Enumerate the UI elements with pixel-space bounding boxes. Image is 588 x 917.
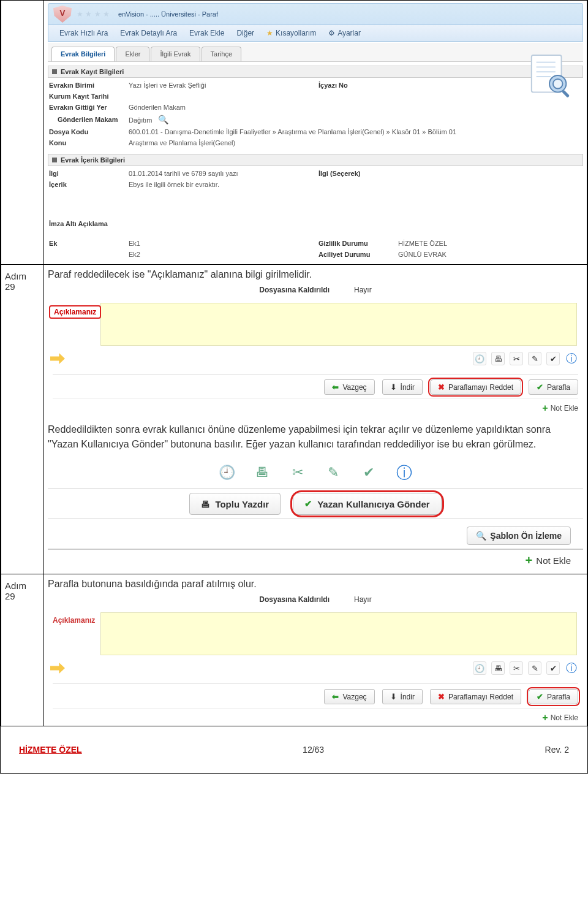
step-number: 29: [5, 591, 40, 601]
lbl-ilgi-secerek: İlgi (Seçerek): [318, 170, 392, 177]
page-footer: HİZMETE ÖZEL 12/63 Rev. 2: [1, 726, 587, 755]
doc-cross-icon[interactable]: ✂: [285, 460, 310, 485]
not-ekle-link[interactable]: + Not Ekle: [53, 398, 578, 414]
val-ilgi: 01.01.2014 tarihli ve 6789 sayılı yazı: [129, 170, 312, 177]
lbl-konu: Konu: [49, 139, 123, 146]
vazgec-button[interactable]: ⬅Vazgeç: [324, 379, 374, 395]
val-dosya-kodu: 600.01.01 - Danışma-Denetimle İlgili Faa…: [129, 128, 533, 135]
tab-ilgili-evrak[interactable]: İlgili Evrak: [151, 47, 200, 61]
info-icon[interactable]: ⓘ: [565, 352, 578, 365]
menu-ayarlar[interactable]: ⚙Ayarlar: [328, 29, 361, 37]
lbl-dosya-kodu: Dosya Kodu: [49, 128, 123, 135]
lbl-evrakin-birimi: Evrakın Birimi: [49, 82, 123, 89]
aciklamaniz-input[interactable]: [100, 612, 577, 655]
gear-icon: ⚙: [328, 29, 335, 37]
dosyasina-value: Hayır: [354, 286, 372, 294]
toplu-yazdir-button[interactable]: 🖶 Toplu Yazdır: [189, 493, 281, 515]
section-icerik-bilgileri: Evrak İçerik Bilgileri: [48, 154, 583, 166]
not-ekle-link[interactable]: + Not Ekle: [53, 708, 578, 723]
clock-icon[interactable]: 🕘: [473, 352, 486, 365]
paperclip-icon[interactable]: ✎: [528, 352, 541, 365]
arrow-right-icon: [50, 663, 65, 674]
info-icon[interactable]: ⓘ: [565, 661, 578, 675]
menu-diger[interactable]: Diğer: [236, 29, 254, 37]
step-number: 29: [5, 281, 40, 292]
tab-evrak-bilgileri[interactable]: Evrak Bilgileri: [51, 47, 115, 61]
paraflamayi-reddet-button[interactable]: ✖Paraflamayı Reddet: [430, 689, 521, 704]
lbl-ek: Ek: [49, 240, 123, 247]
aciklamaniz-label-highlight: Açıklamanız: [49, 305, 101, 319]
printer-icon[interactable]: 🖶: [491, 661, 505, 675]
parafla-button[interactable]: ✔Parafla: [529, 689, 578, 704]
window-title: enVision - ..... Üniversitesi - Paraf: [118, 10, 218, 18]
app-logo-icon: [53, 6, 72, 23]
search-icon[interactable]: 🔍: [158, 115, 168, 124]
parafla-button[interactable]: ✔Parafla: [529, 379, 578, 395]
plus-icon: +: [542, 712, 548, 723]
lbl-gittigi-yer: Evrakın Gittiği Yer: [49, 104, 123, 111]
step-label: Adım: [5, 271, 40, 281]
star-icons: ★ ★ ★ ★: [77, 10, 110, 18]
lbl-ilgi: İlgi: [49, 170, 123, 177]
window-titlebar: ★ ★ ★ ★ enVision - ..... Üniversitesi - …: [48, 3, 583, 25]
menubar: Evrak Hızlı Ara Evrak Detaylı Ara Evrak …: [48, 25, 583, 42]
val-aciliyet: GÜNLÜ EVRAK: [398, 251, 533, 258]
dosyasina-value: Hayır: [354, 595, 372, 604]
menu-kisayollarim[interactable]: ★Kısayollarım: [266, 29, 316, 37]
lbl-gonderilen-makam: Gönderilen Makam: [49, 116, 123, 123]
paraflamayi-reddet-button[interactable]: ✖Paraflamayı Reddet: [430, 379, 521, 395]
indir-button[interactable]: ⬇İndir: [382, 379, 423, 395]
clock-icon[interactable]: 🕘: [214, 460, 239, 485]
tabstrip: Evrak Bilgileri Ekler İlgili Evrak Tarih…: [48, 43, 583, 62]
svg-rect-7: [562, 89, 570, 97]
dosyasina-label: Dosyasına Kaldırıldı: [259, 595, 330, 604]
not-ekle-link-big[interactable]: + Not Ekle: [526, 554, 571, 568]
val-ek2: Ek2: [129, 251, 312, 258]
lbl-gizlilik: Gizlilik Durumu: [318, 240, 392, 247]
check-icon[interactable]: ✔: [546, 661, 560, 675]
step-29c-text: Parafla butonuna basıldığında paraf atıl…: [48, 577, 583, 592]
plus-icon: +: [542, 403, 548, 414]
dosyasina-label: Dosyasına Kaldırıldı: [259, 286, 330, 294]
printer-icon[interactable]: 🖶: [250, 460, 274, 485]
aciklamaniz-label: Açıklamanız: [49, 615, 99, 626]
search-icon: 🔍: [476, 531, 486, 541]
star-icon: ★: [266, 29, 273, 37]
doc-cross-icon[interactable]: ✂: [510, 661, 523, 675]
menu-evrak-ekle[interactable]: Evrak Ekle: [189, 29, 224, 37]
doc-cross-icon[interactable]: ✂: [510, 352, 523, 365]
val-ek1: Ek1: [129, 240, 312, 247]
mid-toolbar-icons: 🕘 🖶 ✂ ✎ ✔ ⓘ: [48, 460, 583, 485]
section-kayit-bilgileri: Evrak Kayıt Bilgileri: [48, 66, 583, 78]
info-icon[interactable]: ⓘ: [392, 460, 417, 485]
paperclip-icon[interactable]: ✎: [321, 460, 345, 485]
check-icon[interactable]: ✔: [546, 352, 560, 365]
toolbar-icons: 🕘 🖶 ✂ ✎ ✔ ⓘ: [473, 352, 578, 365]
tab-ekler[interactable]: Ekler: [116, 47, 149, 61]
vazgec-button[interactable]: ⬅Vazgeç: [324, 689, 374, 704]
lbl-kurum-kayit-tarihi: Kurum Kayıt Tarihi: [49, 93, 123, 100]
printer-icon[interactable]: 🖶: [491, 352, 505, 365]
plus-icon: +: [526, 554, 533, 568]
document-preview-icon[interactable]: [527, 53, 575, 101]
tab-tarihce[interactable]: Tarihçe: [202, 47, 241, 61]
menu-detayli-ara[interactable]: Evrak Detaylı Ara: [120, 29, 177, 37]
indir-button[interactable]: ⬇İndir: [382, 689, 423, 704]
toolbar-icons: 🕘 🖶 ✂ ✎ ✔ ⓘ: [473, 661, 578, 675]
check-icon[interactable]: ✔: [356, 460, 381, 485]
yazan-kullaniciya-gonder-button[interactable]: ✔ Yazan Kullanıcıya Gönder: [293, 493, 441, 515]
val-gittigi-yer: Gönderilen Makam: [129, 104, 312, 111]
val-gonderilen-makam: Dağıtım 🔍: [129, 115, 312, 124]
sablon-on-izleme-button[interactable]: 🔍 Şablon Ön İzleme: [467, 527, 571, 545]
step-29a-text: Paraf reddedilecek ise "Açıklamanız" ala…: [48, 267, 583, 282]
paperclip-icon[interactable]: ✎: [528, 661, 541, 675]
footer-revision: Rev. 2: [545, 745, 569, 755]
footer-page-number: 12/63: [303, 745, 324, 755]
menu-hizli-ara[interactable]: Evrak Hızlı Ara: [59, 29, 108, 37]
svg-point-6: [553, 79, 563, 89]
val-konu: Araştırma ve Planlama İşleri(Genel): [129, 139, 533, 146]
step-29b-text: Reddedildikten sonra evrak kullanıcı önü…: [48, 422, 583, 452]
val-icerik: Ebys ile ilgili örnek bir evraktır.: [129, 181, 533, 188]
aciklamaniz-input[interactable]: [100, 303, 577, 346]
clock-icon[interactable]: 🕘: [473, 661, 486, 675]
